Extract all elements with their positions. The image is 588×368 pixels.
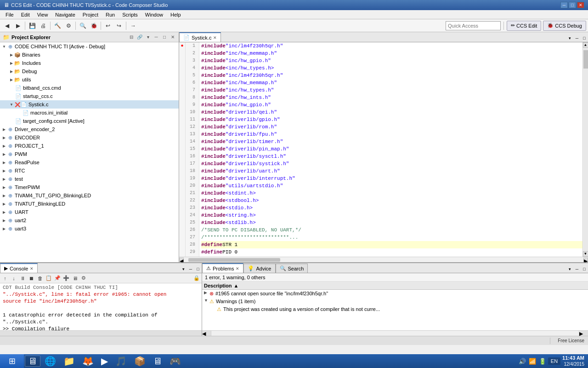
menu-project[interactable]: Project — [79, 11, 102, 18]
error-expand-btn[interactable]: ▶ — [204, 290, 209, 295]
tree-bitband[interactable]: 📄 bitband_ccs.cmd — [0, 84, 179, 92]
debug-arrow[interactable]: ▶ — [9, 69, 14, 74]
tab-problems[interactable]: ⚠ Problems ✕ — [202, 263, 243, 273]
tree-uart2[interactable]: ▶ ⊕ uart2 — [0, 216, 179, 224]
uart-arrow[interactable]: ▶ — [2, 210, 6, 214]
arrow-button[interactable]: → — [128, 21, 138, 31]
console-pause-btn[interactable]: ⏸ — [18, 274, 27, 282]
hscroll-left-button[interactable]: ◀ — [179, 258, 184, 262]
problems-menu-btn[interactable]: ▾ — [566, 265, 573, 273]
forward-button[interactable]: ▶ — [13, 21, 23, 31]
code-hscrollbar[interactable]: ◀ ▶ — [179, 257, 588, 262]
pwm-arrow[interactable]: ▶ — [2, 152, 6, 156]
redo-button[interactable]: ↪ — [114, 21, 124, 31]
binaries-arrow[interactable]: ▶ — [9, 52, 14, 57]
tree-startup[interactable]: 📄 startup_ccs.c — [0, 92, 179, 100]
tree-tivam4[interactable]: ▶ ⊕ TIVAM4_TUT_GPIO_BlinkingLED — [0, 191, 179, 200]
project-tree[interactable]: ▼ ⊕ CODE CHINH THUC TI [Active - Debug] … — [0, 42, 179, 262]
console-stop-btn[interactable]: ⏹ — [27, 274, 35, 282]
close-button[interactable]: ✕ — [577, 2, 584, 8]
taskbar-package[interactable]: 📦 — [131, 356, 149, 367]
tree-uart3[interactable]: ▶ ⊕ uart3 — [0, 224, 179, 233]
back-button[interactable]: ◀ — [2, 21, 12, 31]
language-indicator[interactable]: EN — [548, 357, 560, 365]
taskbar-explorer[interactable]: 📁 — [60, 356, 78, 367]
taskbar-media[interactable]: ▶ — [98, 356, 111, 367]
uart2-arrow[interactable]: ▶ — [2, 218, 6, 223]
tab-advice[interactable]: 💡 Advice — [243, 264, 275, 273]
menu-window[interactable]: Window — [141, 11, 167, 18]
search-button[interactable]: 🔍 — [78, 21, 88, 31]
print-button[interactable]: 🖨 — [38, 21, 48, 31]
taskbar-game[interactable]: 🎮 — [166, 356, 184, 367]
tree-driver-encoder[interactable]: ▶ ⊕ Driver_encoder_2 — [0, 125, 179, 133]
taskbar-firefox[interactable]: 🦊 — [79, 356, 97, 367]
tab-minimize-button[interactable]: ─ — [573, 34, 581, 42]
minimize-button[interactable]: ─ — [560, 2, 568, 8]
console-new-btn[interactable]: ➕ — [62, 274, 70, 282]
taskbar-music[interactable]: 🎵 — [112, 356, 130, 367]
settings-button[interactable]: ⚙ — [63, 21, 74, 31]
problems-min-btn[interactable]: ─ — [573, 265, 581, 273]
rtc-arrow[interactable]: ▶ — [2, 168, 6, 173]
code-vscrollbar[interactable]: ▲ ▼ — [582, 42, 588, 257]
warnings-expand-btn[interactable]: ▼ — [204, 298, 209, 303]
scroll-up-button[interactable]: ▲ — [583, 42, 588, 48]
build-button[interactable]: 🔨 — [52, 21, 62, 31]
tree-tivatut[interactable]: ▶ ⊕ TIVATUT_BlinkingLED — [0, 200, 179, 208]
problems-close-btn[interactable]: ✕ — [236, 266, 239, 271]
problem-warning-item[interactable]: ⚠ This project was created using a versi… — [202, 305, 588, 313]
problems-column-header[interactable]: Description ▲ — [202, 282, 588, 290]
menu-scripts[interactable]: Scripts — [119, 11, 141, 18]
problems-hscrollbar[interactable]: ◀ ▶ — [202, 330, 588, 336]
tree-binaries[interactable]: ▶ 📦 Binaries — [0, 51, 179, 59]
tree-systick[interactable]: ▼ ❌ 📄 Systick.c — [0, 100, 179, 109]
undo-button[interactable]: ↩ — [103, 21, 113, 31]
tab-list-button[interactable]: ▾ — [566, 34, 573, 42]
problems-hscroll-left[interactable]: ◀ — [202, 331, 211, 336]
hscroll-right-button[interactable]: ▶ — [583, 258, 588, 262]
project1-arrow[interactable]: ▶ — [2, 144, 6, 148]
console-hscrollbar[interactable] — [0, 330, 202, 336]
tree-uart[interactable]: ▶ ⊕ UART — [0, 208, 179, 216]
ccs-edit-perspective[interactable]: ✏ CCS Edit — [507, 21, 541, 31]
collapse-all-button[interactable]: ⊟ — [128, 34, 135, 40]
console-up-btn[interactable]: ↑ — [1, 274, 9, 282]
ccs-debug-perspective[interactable]: 🐞 CCS Debug — [543, 21, 586, 31]
console-down-btn[interactable]: ↓ — [10, 274, 18, 282]
menu-help[interactable]: Help — [167, 11, 185, 18]
console-scroll-lock-btn[interactable]: 🔒 — [192, 274, 201, 282]
scroll-down-button[interactable]: ▼ — [583, 251, 588, 257]
minimize-panel-button[interactable]: ─ — [153, 34, 159, 40]
menu-run[interactable]: Run — [102, 11, 119, 18]
tab-systick[interactable]: 📄 Systick.c ✕ — [179, 32, 221, 42]
includes-arrow[interactable]: ▶ — [9, 61, 14, 65]
maximize-panel-button[interactable]: □ — [161, 34, 168, 40]
console-copy-btn[interactable]: 📋 — [45, 274, 53, 282]
console-clear-btn[interactable]: 🗑 — [36, 274, 44, 282]
tree-rtc[interactable]: ▶ ⊕ RTC — [0, 167, 179, 175]
tree-utils[interactable]: ▶ 📂 utils — [0, 75, 179, 84]
tree-encoder[interactable]: ▶ ⊕ ENCODER — [0, 133, 179, 142]
tree-macros[interactable]: 📄 macros.ini_initial — [0, 109, 179, 117]
maximize-button[interactable]: □ — [569, 2, 576, 8]
console-text-area[interactable]: CDT Build Console [CODE CHINH THUC TI] "… — [0, 283, 202, 330]
tivatut-arrow[interactable]: ▶ — [2, 201, 6, 206]
problems-hscroll-track[interactable] — [211, 331, 579, 336]
panel-menu-button[interactable]: ▾ — [145, 34, 151, 40]
console-hscroll-track[interactable] — [0, 331, 202, 336]
expand-arrow[interactable]: ▼ — [2, 44, 6, 49]
tree-includes[interactable]: ▶ 📂 Includes — [0, 59, 179, 67]
taskbar-monitor[interactable]: 🖥 — [150, 356, 165, 367]
encoder-arrow[interactable]: ▶ — [2, 135, 6, 140]
tivam4-arrow[interactable]: ▶ — [2, 193, 6, 198]
tab-console[interactable]: ▶ Console ✕ — [0, 263, 38, 273]
close-panel-button[interactable]: ✕ — [170, 34, 176, 40]
tree-readpulse[interactable]: ▶ ⊕ ReadPulse — [0, 158, 179, 167]
menu-navigate[interactable]: Navigate — [51, 11, 79, 18]
tab-close-button[interactable]: ✕ — [213, 35, 217, 40]
start-button[interactable]: ⊞ — [0, 354, 24, 368]
code-content[interactable]: #include "inc/lm4f230h5qr.h" #include "i… — [199, 42, 582, 257]
tab-maximize-button[interactable]: □ — [581, 34, 588, 42]
readpulse-arrow[interactable]: ▶ — [2, 160, 6, 165]
